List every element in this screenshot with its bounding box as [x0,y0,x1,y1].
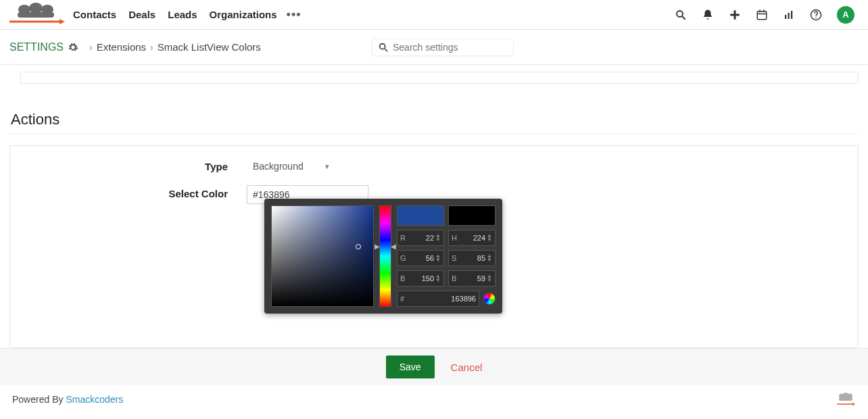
svg-rect-12 [759,9,761,12]
sv-cursor[interactable] [356,244,361,249]
footer-prefix: Powered By [12,394,66,405]
brightness-label: B [452,274,457,282]
nav-organizations[interactable]: Organizations [210,9,277,20]
svg-rect-15 [788,13,790,19]
save-button[interactable]: Save [386,355,435,378]
avatar[interactable]: A [837,6,854,24]
b-input[interactable] [406,274,434,282]
chart-icon[interactable] [783,9,795,21]
saturation-value-panel[interactable] [271,205,374,307]
brightness-input[interactable] [457,274,485,282]
svg-point-1 [29,3,43,14]
chevron-right-icon: › [89,42,93,53]
bell-icon[interactable] [702,9,714,21]
hex-input[interactable] [408,295,476,303]
nav-deals[interactable]: Deals [128,9,155,20]
cancel-button[interactable]: Cancel [451,362,483,373]
svg-rect-14 [785,15,786,19]
b-label: B [400,274,406,282]
previous-card-edge [20,72,859,84]
calendar-icon[interactable] [756,9,768,21]
search-icon [378,42,389,53]
hex-label: # [400,295,408,303]
previous-color-swatch [448,205,496,226]
nav-links: Contacts Deals Leads Organizations [73,9,277,20]
hue-arrow-right-icon: ◀ [391,243,396,250]
type-select[interactable]: Background ▼ [247,158,337,174]
search-settings[interactable] [372,39,514,56]
svg-rect-9 [730,14,740,16]
help-icon[interactable] [810,9,822,21]
r-input[interactable] [406,234,434,242]
spinner-icon[interactable]: ▲▼ [487,234,492,242]
spinner-icon[interactable]: ▲▼ [435,274,441,282]
top-nav: Contacts Deals Leads Organizations ••• A [0,0,868,30]
app-logo [5,3,66,27]
svg-rect-3 [18,12,54,18]
type-select-value: Background [253,161,304,172]
svg-marker-26 [852,402,855,406]
svg-point-6 [677,11,683,17]
spinner-icon[interactable]: ▲▼ [435,254,441,262]
footer: Powered By Smackcoders [0,385,868,414]
current-color-swatch [397,205,444,226]
s-label: S [452,254,457,262]
search-settings-input[interactable] [393,42,508,53]
color-wheel-icon[interactable] [483,293,496,305]
spinner-icon[interactable]: ▲▼ [435,234,441,242]
svg-line-20 [385,49,387,51]
svg-point-18 [815,17,817,18]
gear-icon[interactable] [68,42,78,53]
svg-rect-13 [763,9,765,12]
spinner-icon[interactable]: ▲▼ [487,254,492,262]
footer-link[interactable]: Smackcoders [66,394,123,405]
hue-arrow-left-icon: ▶ [375,243,380,250]
s-input[interactable] [457,254,485,262]
svg-rect-10 [757,11,767,19]
footer-logo [836,392,856,407]
action-bar: Save Cancel [0,348,868,385]
svg-point-19 [380,43,385,49]
h-label: H [452,234,457,242]
nav-leads[interactable]: Leads [168,9,197,20]
search-icon[interactable] [675,9,687,21]
actions-card: Type Background ▼ Select Color ▶ ◀ [9,145,859,348]
breadcrumb-extensions[interactable]: Extensions [97,41,146,53]
h-input[interactable] [457,234,485,242]
hue-slider[interactable] [379,205,391,307]
plus-icon[interactable] [729,9,741,21]
actions-heading: Actions [11,111,859,128]
breadcrumb-current: Smack ListView Colors [158,41,261,53]
chevron-down-icon: ▼ [324,163,331,170]
svg-rect-16 [791,11,792,19]
chevron-right-icon: › [150,42,153,53]
nav-contacts[interactable]: Contacts [73,9,116,20]
nav-more-icon[interactable]: ••• [287,7,302,22]
color-picker: ▶ ◀ R▲▼ H▲▼ G▲▼ S▲▼ B▲▼ B▲▼ # [264,199,502,314]
svg-marker-5 [59,19,65,24]
settings-title[interactable]: SETTINGS [9,41,64,53]
settings-subbar: SETTINGS › Extensions › Smack ListView C… [0,30,868,65]
svg-rect-24 [839,397,852,401]
g-label: G [400,254,406,262]
svg-line-7 [682,16,685,20]
type-label: Type [24,158,247,172]
g-input[interactable] [406,254,435,262]
divider [9,134,859,134]
nav-icons: A [675,6,854,24]
r-label: R [400,234,406,242]
color-label: Select Color [24,185,247,199]
spinner-icon[interactable]: ▲▼ [487,274,492,282]
